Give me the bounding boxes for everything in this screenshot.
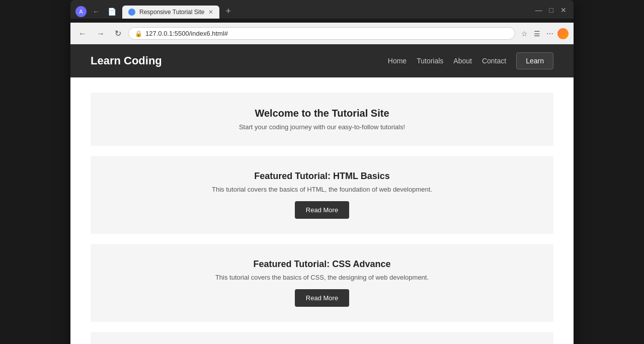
user-profile-icon[interactable]	[557, 28, 569, 39]
tutorial-card-html: Featured Tutorial: HTML Basics This tuto…	[91, 156, 553, 234]
secure-icon: 🔒	[135, 30, 142, 37]
nav-tutorials[interactable]: Tutorials	[417, 57, 443, 65]
browser-profile-icon: A	[75, 6, 87, 17]
learn-button[interactable]: Learn	[516, 52, 553, 69]
forward-btn[interactable]: →	[94, 27, 108, 40]
reload-btn[interactable]: ↻	[112, 27, 124, 40]
close-btn[interactable]: ✕	[558, 5, 569, 15]
site-main: Welcome to the Tutorial Site Start your …	[70, 77, 574, 344]
site-header: Learn Coding Home Tutorials About Contac…	[70, 44, 574, 77]
bookmark-star-btn[interactable]: ☆	[519, 28, 530, 40]
tutorial-card-css: Featured Tutorial: CSS Advance This tuto…	[91, 244, 553, 322]
back-btn[interactable]: ←	[75, 27, 90, 40]
new-tab-btn[interactable]: +	[221, 4, 235, 19]
website-content: Learn Coding Home Tutorials About Contac…	[70, 44, 574, 344]
read-more-css-btn[interactable]: Read More	[295, 289, 349, 307]
tutorial-html-title: Featured Tutorial: HTML Basics	[106, 171, 538, 182]
tab-favicon	[128, 9, 135, 16]
browser-history-btn[interactable]: ←	[91, 7, 102, 17]
hero-section: Welcome to the Tutorial Site Start your …	[91, 93, 553, 146]
nav-contact[interactable]: Contact	[482, 57, 506, 65]
nav-about[interactable]: About	[453, 57, 472, 65]
tutorial-card-js: Featured Tutorial: JS Basics This tutori…	[91, 332, 553, 344]
tutorial-css-title: Featured Tutorial: CSS Advance	[106, 259, 538, 270]
tab-title: Responsive Tutorial Site	[139, 9, 204, 16]
nav-home[interactable]: Home	[388, 57, 407, 65]
tutorial-css-desc: This tutorial covers the basics of CSS, …	[106, 274, 538, 281]
hero-subtitle: Start your coding journey with our easy-…	[106, 123, 538, 131]
browser-tab-active[interactable]: Responsive Tutorial Site ✕	[122, 6, 219, 19]
extensions-btn[interactable]: ⋯	[544, 28, 555, 40]
reading-list-btn[interactable]: ☰	[532, 28, 542, 40]
minimize-btn[interactable]: —	[533, 5, 544, 15]
tab-close-btn[interactable]: ✕	[208, 9, 213, 16]
read-more-html-btn[interactable]: Read More	[295, 201, 349, 219]
site-nav: Home Tutorials About Contact Learn	[388, 52, 553, 69]
address-bar[interactable]: 🔒 127.0.0.1:5500/index6.html#	[128, 27, 515, 40]
url-text: 127.0.0.1:5500/index6.html#	[145, 30, 228, 37]
tutorial-html-desc: This tutorial covers the basics of HTML,…	[106, 186, 538, 193]
hero-title: Welcome to the Tutorial Site	[106, 108, 538, 119]
site-logo: Learn Coding	[91, 54, 162, 67]
maximize-btn[interactable]: □	[547, 5, 555, 15]
browser-menu-btn[interactable]: 📄	[106, 7, 118, 17]
